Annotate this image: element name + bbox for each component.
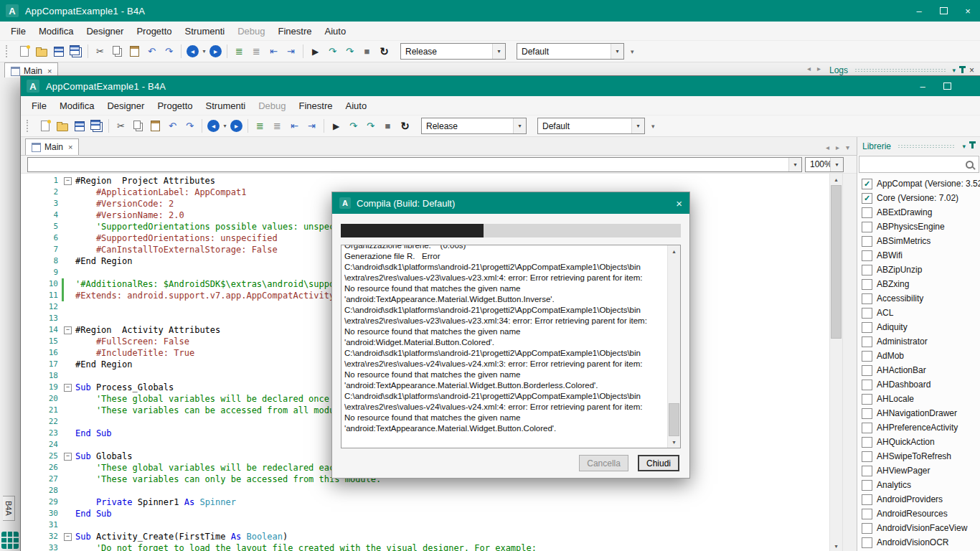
fold-margin[interactable] [64,232,75,244]
undo-icon[interactable]: ↶ [143,44,160,60]
library-item[interactable]: ABWifi [857,248,980,263]
comment-icon[interactable]: ≣ [252,118,268,134]
library-item[interactable]: AHActionBar [857,363,980,377]
library-checkbox[interactable] [862,451,872,462]
fold-collapse-icon[interactable]: − [64,533,72,541]
release-combo[interactable]: Release▾ [400,43,506,60]
tabs-scroll-left-icon[interactable]: ◂ [826,143,829,151]
library-item[interactable]: Accessibility [857,291,980,306]
library-checkbox[interactable] [862,365,872,376]
stop-icon[interactable]: ■ [359,44,375,60]
fold-margin[interactable] [64,462,75,474]
scroll-down-icon[interactable]: ▾ [830,540,842,551]
logs-close-icon[interactable]: × [969,65,974,75]
fold-margin[interactable] [64,416,75,428]
b4a-dock-tab[interactable]: B4A [3,496,15,521]
cut-icon[interactable]: ✂ [92,44,108,60]
code-line[interactable]: 32−Sub Activity_Create(FirstTime As Bool… [21,531,829,542]
fold-collapse-icon[interactable]: − [64,326,72,334]
fold-margin[interactable]: − [64,175,75,187]
fold-margin[interactable] [64,485,75,496]
library-filter-input[interactable] [863,159,966,170]
library-item[interactable]: AHQuickAction [857,435,980,449]
library-checkbox[interactable] [862,423,872,433]
menu-item-finestre[interactable]: Finestre [272,23,319,39]
library-item[interactable]: Administrator [857,334,980,349]
fold-margin[interactable] [64,496,75,508]
fold-margin[interactable] [64,221,75,232]
library-checkbox[interactable] [862,308,872,319]
comment-icon[interactable]: ≣ [231,44,248,60]
scrollbar-thumb[interactable] [669,403,679,436]
menu-item-debug[interactable]: Debug [252,98,292,114]
menu-item-strumenti[interactable]: Strumenti [179,23,232,39]
scroll-up-icon[interactable]: ▴ [668,245,680,257]
menu-item-designer[interactable]: Designer [80,23,130,39]
save-all-icon[interactable] [67,44,84,60]
library-item[interactable]: AndroidProviders [857,492,980,507]
step-into-icon[interactable]: ↷ [324,44,341,60]
close-dialog-button[interactable]: Chiudi [638,455,679,471]
back-menu-icon[interactable]: ▾ [201,44,207,60]
fold-collapse-icon[interactable]: − [64,177,72,185]
zoom-combo[interactable]: 100% ▾ [805,157,844,172]
library-item[interactable]: ABZxing [857,277,980,291]
cancel-button[interactable]: Cancella [579,455,628,471]
fold-margin[interactable] [64,187,75,198]
library-checkbox[interactable] [862,480,872,491]
fold-margin[interactable] [64,198,75,209]
library-item[interactable]: ABZipUnzip [857,263,980,277]
fold-margin[interactable] [64,290,75,301]
code-line[interactable]: 29 Private Spinner1 As Spinner [21,496,829,508]
library-checkbox[interactable] [862,222,872,232]
outdent-icon[interactable]: ⇤ [265,44,282,60]
fold-margin[interactable]: − [64,324,75,336]
undo-icon[interactable]: ↶ [164,118,181,134]
paste-icon[interactable] [126,44,143,60]
configuration-combo-dropdown-icon[interactable]: ▾ [631,118,644,133]
fold-margin[interactable] [64,347,75,359]
paste-icon[interactable] [147,118,164,134]
library-item[interactable]: AHNavigationDrawer [857,406,980,420]
menu-item-modifica[interactable]: Modifica [32,23,80,39]
code-line[interactable]: 31 [21,519,829,531]
configuration-combo-dropdown-icon[interactable]: ▾ [611,44,623,59]
run-icon[interactable]: ▶ [307,44,324,60]
fold-margin[interactable] [64,209,75,221]
stop-icon[interactable]: ■ [380,118,396,134]
library-checkbox[interactable]: ✓ [862,179,872,189]
fold-margin[interactable] [64,519,75,531]
fold-margin[interactable] [64,255,75,267]
library-checkbox[interactable] [862,509,872,519]
library-checkbox[interactable] [862,394,872,405]
menu-item-finestre[interactable]: Finestre [293,98,339,114]
fold-margin[interactable]: − [64,531,75,542]
fold-collapse-icon[interactable]: − [64,453,72,461]
tabs-scroll-right-icon[interactable]: ▸ [836,143,839,151]
menu-item-designer[interactable]: Designer [100,98,151,114]
forward-icon[interactable]: ▸ [209,45,222,57]
library-checkbox[interactable] [862,494,872,505]
fold-margin[interactable] [64,278,75,290]
library-checkbox[interactable] [862,250,872,261]
libraries-dropdown-icon[interactable]: ▾ [962,143,966,150]
cut-icon[interactable]: ✂ [113,118,129,134]
library-checkbox[interactable] [862,408,872,419]
scrollbar-thumb[interactable] [831,185,842,339]
zoom-dropdown-icon[interactable]: ▾ [830,158,843,171]
fold-margin[interactable]: − [64,451,75,462]
library-item[interactable]: AHLocale [857,392,980,406]
library-checkbox[interactable] [862,322,872,333]
library-item[interactable]: ✓Core (Versione: 7.02) [857,191,980,205]
menu-item-debug[interactable]: Debug [231,23,271,39]
uncomment-icon[interactable]: ≣ [248,44,265,60]
fold-margin[interactable]: − [64,382,75,393]
step-over-icon[interactable]: ↷ [362,118,379,134]
toolbar-grip[interactable] [27,120,32,132]
fold-margin[interactable] [64,313,75,324]
toolbar-overflow-icon[interactable]: ▾ [631,48,634,55]
step-over-icon[interactable]: ↷ [341,44,358,60]
menu-item-aiuto[interactable]: Aiuto [318,23,352,39]
editor-vscrollbar[interactable]: ▴ ▾ [829,174,842,551]
code-line[interactable]: 33 'Do not forget to load the layout fil… [21,542,829,551]
